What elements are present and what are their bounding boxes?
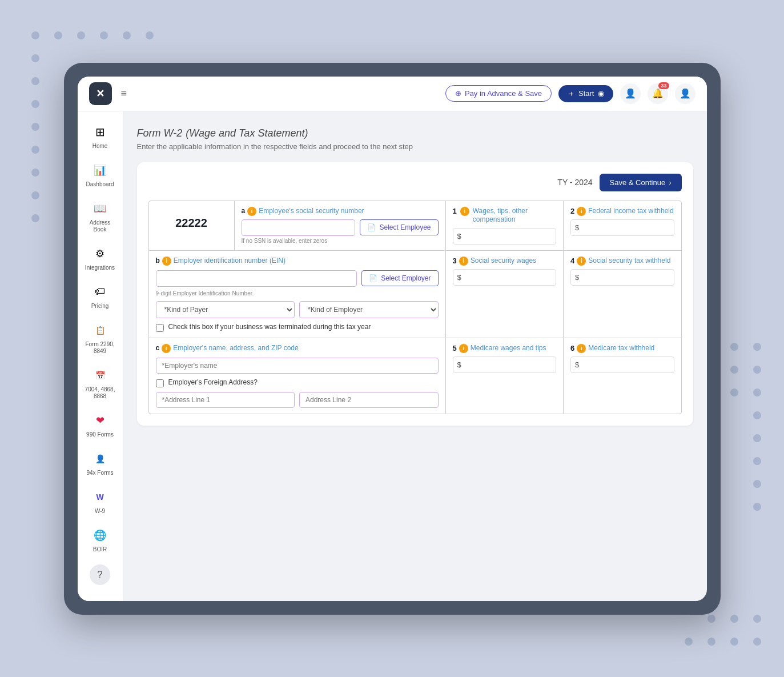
- field3-header: 3 i Social security wages: [453, 257, 557, 266]
- field1-input[interactable]: [453, 228, 557, 245]
- info-icon-c[interactable]: i: [162, 344, 171, 353]
- address-inputs: [156, 392, 439, 408]
- section-a-letter: a: [242, 207, 246, 215]
- info-icon-1[interactable]: i: [460, 207, 469, 216]
- ein-input[interactable]: [156, 270, 357, 287]
- info-icon-2[interactable]: i: [577, 207, 586, 216]
- sidebar-item-form2290-label: Form 2290, 8849: [83, 341, 116, 355]
- info-icon-3[interactable]: i: [459, 257, 468, 266]
- field5-input[interactable]: [453, 356, 557, 373]
- business-terminated-checkbox[interactable]: [156, 324, 164, 332]
- sidebar-item-address-book-label: Address Book: [83, 219, 116, 233]
- field1-label: Wages, tips, other compensation: [473, 207, 556, 225]
- info-icon-a[interactable]: i: [247, 207, 256, 216]
- sidebar-item-form7004[interactable]: 📅 7004, 4868, 8868: [80, 362, 120, 404]
- hamburger-menu[interactable]: ≡: [119, 85, 130, 102]
- select-employee-button[interactable]: 📄 Select Employee: [360, 219, 438, 235]
- sidebar-item-boir[interactable]: 🌐 BOIR: [80, 522, 120, 558]
- field5-input-wrap: $: [453, 356, 557, 373]
- ssn-note: If no SSN is available, enter zeros: [242, 238, 439, 244]
- pay-advance-button[interactable]: ⊕ Pay in Advance & Save: [445, 85, 552, 102]
- plus-icon: ＋: [568, 89, 575, 99]
- plus-circle-icon: ⊕: [455, 89, 461, 98]
- dollar-sign-1: $: [457, 232, 461, 241]
- integrations-icon: ⚙: [91, 245, 109, 263]
- page-title: Form W-2 (Wage and Tax Statement): [137, 125, 693, 140]
- field1-header: 1 i Wages, tips, other compensation: [453, 207, 557, 225]
- ssn-input[interactable]: [242, 219, 356, 236]
- home-icon: ⊞: [91, 123, 109, 141]
- file-icon-2: 📄: [369, 274, 377, 282]
- dashboard-icon: 📊: [91, 161, 109, 179]
- field3-input-wrap: $: [453, 269, 557, 286]
- info-icon-6[interactable]: i: [577, 344, 586, 353]
- main-layout: ⊞ Home 📊 Dashboard 📖 Address Book ⚙ Inte…: [78, 111, 707, 601]
- field3-label: Social security wages: [471, 257, 536, 266]
- app-shell: ✕ ≡ ⊕ Pay in Advance & Save ＋ Start ◉ 👤: [64, 63, 721, 615]
- field4-header: 4 i Social security tax withheld: [570, 257, 674, 266]
- page-subtitle: Enter the applicable information in the …: [137, 142, 693, 151]
- contacts-button[interactable]: 👤: [620, 83, 641, 104]
- ssn-display-number: 22222: [175, 217, 207, 230]
- employer-name-input[interactable]: [156, 358, 439, 374]
- dollar-sign-2: $: [575, 223, 579, 232]
- section-b-header: b i Employer identification number (EIN): [156, 257, 439, 266]
- address-book-icon: 📖: [91, 199, 109, 218]
- bell-icon: 🔔: [652, 88, 664, 99]
- form7004-icon: 📅: [91, 366, 109, 384]
- kind-employer-select[interactable]: *Kind of Employer: [299, 301, 439, 318]
- field6-input-wrap: $: [570, 356, 674, 373]
- sidebar-item-pricing-label: Pricing: [91, 303, 109, 310]
- form990-icon: ❤: [91, 411, 109, 430]
- sidebar-item-home[interactable]: ⊞ Home: [80, 118, 120, 154]
- sidebar-item-form7004-label: 7004, 4868, 8868: [83, 386, 116, 400]
- field2-input[interactable]: [570, 219, 674, 236]
- business-terminated-row: Check this box if your business was term…: [156, 323, 439, 332]
- field1-input-wrap: $: [453, 228, 557, 245]
- field2-label: Federal income tax withheld: [588, 207, 673, 216]
- info-icon-4[interactable]: i: [577, 257, 586, 266]
- sidebar-item-dashboard[interactable]: 📊 Dashboard: [80, 157, 120, 193]
- kind-selects: *Kind of Payer *Kind of Employer: [156, 301, 439, 318]
- field4-input[interactable]: [570, 269, 674, 286]
- chevron-right-icon: ›: [669, 178, 671, 187]
- address-line2-input[interactable]: [299, 392, 439, 408]
- app-logo: ✕: [89, 82, 112, 105]
- kind-payer-select[interactable]: *Kind of Payer: [156, 301, 295, 318]
- foreign-address-checkbox[interactable]: [156, 379, 164, 387]
- topbar-icons: 👤 🔔 33 👤: [620, 83, 695, 104]
- field6-input[interactable]: [570, 356, 674, 373]
- save-continue-button[interactable]: Save & Continue ›: [600, 174, 682, 191]
- sidebar: ⊞ Home 📊 Dashboard 📖 Address Book ⚙ Inte…: [78, 111, 123, 601]
- field1-number: 1: [453, 207, 457, 215]
- address-line1-input[interactable]: [156, 392, 295, 408]
- employer-section-label: Employer's name, address, and ZIP code: [173, 344, 299, 352]
- field5-label: Medicare wages and tips: [471, 344, 546, 353]
- ssn-input-row: 📄 Select Employee: [242, 219, 439, 236]
- profile-button[interactable]: 👤: [675, 83, 695, 104]
- start-button[interactable]: ＋ Start ◉: [558, 85, 613, 102]
- help-icon: ?: [90, 564, 110, 585]
- form-card-header: TY - 2024 Save & Continue ›: [148, 174, 682, 191]
- topbar: ✕ ≡ ⊕ Pay in Advance & Save ＋ Start ◉ 👤: [78, 77, 707, 111]
- sidebar-item-form2290[interactable]: 📋 Form 2290, 8849: [80, 317, 120, 359]
- select-employer-button[interactable]: 📄 Select Employer: [361, 270, 438, 286]
- ty-label: TY - 2024: [557, 178, 592, 187]
- sidebar-item-form990[interactable]: ❤ 990 Forms: [80, 407, 120, 443]
- sidebar-item-boir-label: BOIR: [93, 546, 107, 553]
- notifications-button[interactable]: 🔔 33: [648, 83, 668, 104]
- info-icon-5[interactable]: i: [459, 344, 468, 353]
- sidebar-item-w9[interactable]: W W-9: [80, 483, 120, 519]
- field2-input-wrap: $: [570, 219, 674, 236]
- info-icon-b[interactable]: i: [162, 257, 171, 266]
- sidebar-item-pricing[interactable]: 🏷 Pricing: [80, 278, 120, 314]
- sidebar-item-help[interactable]: ?: [80, 560, 120, 590]
- sidebar-item-integrations-label: Integrations: [85, 265, 115, 271]
- sidebar-item-integrations[interactable]: ⚙ Integrations: [80, 240, 120, 276]
- field3-input[interactable]: [453, 269, 557, 286]
- sidebar-item-form94x[interactable]: 👤 94x Forms: [80, 445, 120, 481]
- w2-form: 22222 a i Employee's social security num…: [148, 201, 682, 414]
- sidebar-item-address-book[interactable]: 📖 Address Book: [80, 195, 120, 238]
- notification-badge: 33: [658, 82, 669, 89]
- pricing-icon: 🏷: [91, 283, 109, 301]
